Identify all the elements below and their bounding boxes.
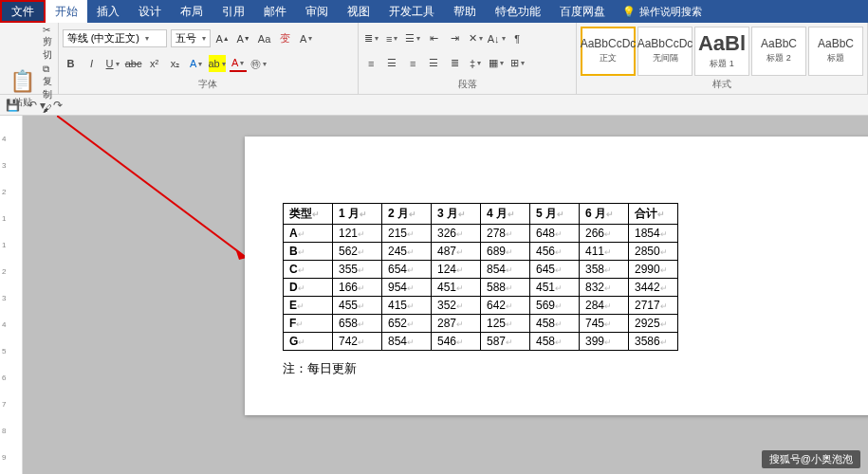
italic-button[interactable]: I — [83, 55, 101, 72]
group-label-font: 字体 — [63, 77, 355, 92]
svg-line-0 — [57, 116, 247, 258]
annotation-arrow — [57, 116, 256, 267]
copy-icon: ⧉ — [43, 64, 49, 74]
table-header: 2 月↵ — [382, 204, 432, 225]
save-button[interactable]: 💾 — [6, 99, 20, 112]
table-header: 4 月↵ — [481, 204, 530, 225]
numbering-button[interactable]: ≡ — [383, 30, 400, 47]
table-row: A↵121↵215↵326↵278↵648↵266↵1854↵ — [284, 225, 678, 243]
bullets-button[interactable]: ≣ — [362, 30, 379, 47]
tab-design[interactable]: 设计 — [129, 0, 171, 23]
table-row: B↵562↵245↵487↵689↵456↵411↵2850↵ — [284, 243, 678, 261]
group-label-styles: 样式 — [581, 77, 863, 92]
table-header: 1 月↵ — [333, 204, 382, 225]
cut-button[interactable]: ✂ 剪切 — [43, 25, 54, 62]
table-row: E↵455↵415↵352↵642↵569↵284↵2717↵ — [284, 297, 678, 315]
text-effects-button[interactable]: A — [188, 55, 205, 72]
table-header: 6 月↵ — [580, 204, 629, 225]
shading-button[interactable]: ▦ — [488, 55, 505, 72]
underline-button[interactable]: U — [104, 55, 121, 72]
style-item-标题 2[interactable]: AaBbC标题 2 — [751, 27, 806, 76]
undo-button[interactable]: ↶ ▾ — [28, 99, 46, 112]
show-marks-button[interactable]: ¶ — [508, 30, 526, 47]
asian-layout-button[interactable]: ✕ — [467, 30, 484, 47]
tab-view[interactable]: 视图 — [338, 0, 379, 23]
increase-indent-button[interactable]: ⇥ — [446, 30, 463, 47]
shrink-font-button[interactable]: A▼ — [235, 30, 252, 47]
group-font: 等线 (中文正文) 五号 A▲ A▼ Aa 变 A B I U abc x² x… — [59, 23, 360, 94]
note-text: 注：每日更新 — [283, 360, 868, 377]
clear-format-button[interactable]: A — [298, 30, 315, 47]
style-item-标题 1[interactable]: AaBl标题 1 — [694, 27, 749, 76]
tab-review[interactable]: 审阅 — [296, 0, 338, 23]
data-table: 类型↵1 月↵2 月↵3 月↵4 月↵5 月↵6 月↵合计↵A↵121↵215↵… — [283, 203, 678, 351]
decrease-indent-button[interactable]: ⇤ — [425, 30, 442, 47]
tab-mail[interactable]: 邮件 — [254, 0, 296, 23]
document-canvas[interactable]: 类型↵1 月↵2 月↵3 月↵4 月↵5 月↵6 月↵合计↵A↵121↵215↵… — [23, 116, 868, 474]
enclose-char-button[interactable]: ㊕ — [250, 55, 268, 72]
phonetic-guide-button[interactable]: 变 — [277, 30, 294, 47]
tab-home[interactable]: 开始 — [46, 0, 87, 23]
table-row: D↵166↵954↵451↵588↵451↵832↵3442↵ — [284, 279, 678, 297]
scissors-icon: ✂ — [43, 25, 50, 35]
grow-font-button[interactable]: A▲ — [214, 30, 231, 47]
justify-button[interactable]: ☰ — [425, 55, 442, 72]
multilevel-button[interactable]: ☰ — [404, 30, 421, 47]
tab-references[interactable]: 引用 — [212, 0, 254, 23]
tab-special[interactable]: 特色功能 — [486, 0, 550, 23]
vertical-ruler[interactable]: 4321123456789101112 — [0, 116, 23, 474]
redo-button[interactable]: ↷ — [53, 99, 63, 112]
table-row: G↵742↵854↵546↵587↵458↵399↵3586↵ — [284, 333, 678, 351]
menu-tabs: 文件 开始 插入 设计 布局 引用 邮件 审阅 视图 开发工具 帮助 特色功能 … — [0, 0, 868, 23]
style-item-无间隔[interactable]: AaBbCcDc无间隔 — [637, 27, 693, 76]
change-case-button[interactable]: Aa — [256, 30, 273, 47]
style-item-正文[interactable]: AaBbCcDc正文 — [581, 27, 636, 76]
tab-help[interactable]: 帮助 — [444, 0, 486, 23]
font-size-combo[interactable]: 五号 — [171, 29, 211, 47]
superscript-button[interactable]: x² — [146, 55, 163, 72]
distribute-button[interactable]: ≣ — [446, 55, 463, 72]
clipboard-icon: 📋 — [9, 69, 35, 94]
group-clipboard: 📋 粘贴 ✂ 剪切 ⧉ 复制 🖌 格式刷 剪贴板 — [0, 23, 59, 94]
align-left-button[interactable]: ≡ — [362, 55, 379, 72]
line-spacing-button[interactable]: ‡ — [467, 55, 484, 72]
style-gallery[interactable]: AaBbCcDc正文AaBbCcDc无间隔AaBl标题 1AaBbC标题 2Aa… — [581, 27, 863, 76]
tab-file[interactable]: 文件 — [0, 0, 46, 23]
tab-baidu[interactable]: 百度网盘 — [550, 0, 615, 23]
copy-button[interactable]: ⧉ 复制 — [43, 64, 54, 101]
subscript-button[interactable]: x₂ — [167, 55, 184, 72]
style-item-标题[interactable]: AaBbC标题 — [808, 27, 863, 76]
quick-access-toolbar: 💾 ↶ ▾ ↷ — [0, 95, 868, 116]
align-right-button[interactable]: ≡ — [404, 55, 421, 72]
font-color-button[interactable]: A — [230, 55, 247, 72]
table-header: 类型↵ — [284, 204, 333, 225]
lightbulb-icon: 💡 — [622, 6, 636, 18]
sort-button[interactable]: A↓ — [488, 30, 505, 47]
table-header: 5 月↵ — [530, 204, 580, 225]
table-row: C↵355↵654↵124↵854↵645↵358↵2990↵ — [284, 261, 678, 279]
font-name-combo[interactable]: 等线 (中文正文) — [63, 29, 167, 47]
bold-button[interactable]: B — [63, 55, 80, 72]
highlight-button[interactable]: ab — [209, 55, 226, 72]
tab-insert[interactable]: 插入 — [87, 0, 129, 23]
ribbon: 📋 粘贴 ✂ 剪切 ⧉ 复制 🖌 格式刷 剪贴板 等线 (中文正文) 五号 A▲… — [0, 23, 868, 95]
tab-layout[interactable]: 布局 — [171, 0, 212, 23]
tell-me-search[interactable]: 💡 操作说明搜索 — [615, 0, 710, 23]
group-label-paragraph: 段落 — [362, 77, 572, 92]
group-styles: AaBbCcDc正文AaBbCcDc无间隔AaBl标题 1AaBbC标题 2Aa… — [577, 23, 868, 94]
strike-button[interactable]: abc — [125, 55, 142, 72]
borders-button[interactable]: ⊞ — [508, 55, 526, 72]
group-paragraph: ≣ ≡ ☰ ⇤ ⇥ ✕ A↓ ¶ ≡ ☰ ≡ ☰ ≣ ‡ ▦ ⊞ 段落 — [359, 23, 577, 94]
document-page: 类型↵1 月↵2 月↵3 月↵4 月↵5 月↵6 月↵合计↵A↵121↵215↵… — [245, 137, 868, 415]
table-row: F↵658↵652↵287↵125↵458↵745↵2925↵ — [284, 315, 678, 333]
align-center-button[interactable]: ☰ — [383, 55, 400, 72]
table-header: 合计↵ — [629, 204, 678, 225]
table-header: 3 月↵ — [432, 204, 481, 225]
tab-dev[interactable]: 开发工具 — [379, 0, 444, 23]
workspace: L 4321123456789101112 211213415161718191… — [0, 116, 868, 474]
watermark: 搜狐号@小奥泡泡 — [762, 450, 860, 468]
